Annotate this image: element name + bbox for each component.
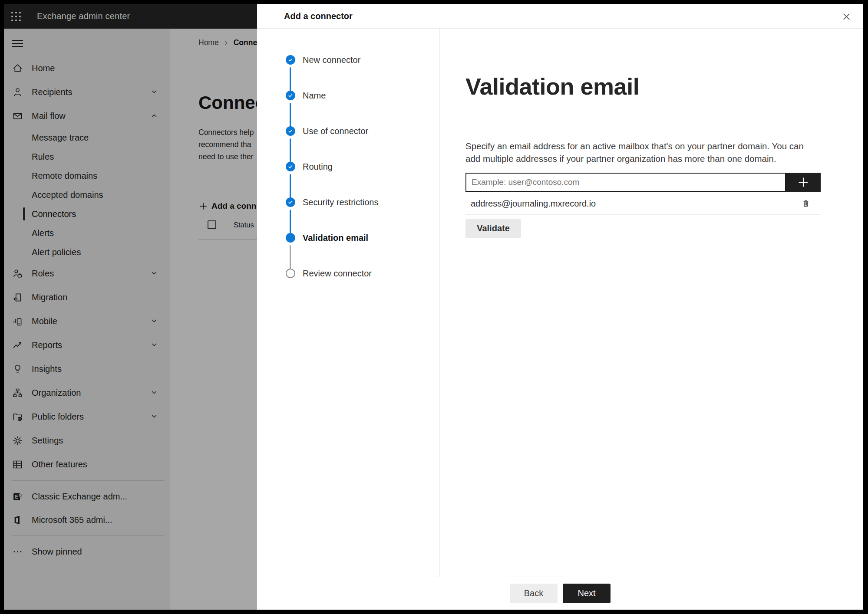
step-validation-email[interactable]: Validation email xyxy=(257,233,439,243)
step-complete-icon xyxy=(286,162,295,171)
step-pending-icon xyxy=(286,269,295,278)
step-description: Specify an email address for an active m… xyxy=(465,140,809,165)
step-security-restrictions[interactable]: Security restrictions xyxy=(257,197,439,207)
step-heading: Validation email xyxy=(465,73,821,100)
address-list-item: address@journaling.mxrecord.io xyxy=(465,194,821,213)
step-connector-line xyxy=(290,103,291,128)
validate-button[interactable]: Validate xyxy=(465,219,521,238)
divider xyxy=(465,214,821,215)
dialog-header: Add a connector xyxy=(257,4,863,29)
delete-address-button[interactable] xyxy=(800,197,812,210)
step-complete-icon xyxy=(286,126,295,136)
close-icon xyxy=(842,12,851,21)
step-new-connector[interactable]: New connector xyxy=(257,55,439,65)
step-connector-line xyxy=(290,245,291,270)
step-review-connector[interactable]: Review connector xyxy=(257,269,439,278)
step-complete-icon xyxy=(286,197,295,207)
step-connector-line xyxy=(290,174,291,199)
dialog-title: Add a connector xyxy=(284,11,353,21)
step-routing[interactable]: Routing xyxy=(257,162,439,171)
step-connector-line xyxy=(290,67,291,92)
close-button[interactable] xyxy=(839,9,854,24)
step-current-icon xyxy=(286,233,295,243)
step-connector-line xyxy=(290,210,291,235)
wizard-step-content: Validation email Specify an email addres… xyxy=(440,29,863,577)
step-complete-icon xyxy=(286,55,295,65)
trash-icon xyxy=(801,199,811,208)
app-window: Exchange admin center Home Recipients Ma… xyxy=(4,4,863,610)
add-connector-dialog: Add a connector New connector Name xyxy=(257,4,863,610)
dialog-footer: Back Next xyxy=(257,577,863,610)
step-connector-line xyxy=(290,138,291,164)
step-name[interactable]: Name xyxy=(257,91,439,100)
step-use-of-connector[interactable]: Use of connector xyxy=(257,126,439,136)
next-button[interactable]: Next xyxy=(563,584,611,603)
back-button[interactable]: Back xyxy=(510,584,558,603)
dialog-body: New connector Name Use of connector xyxy=(257,29,863,577)
screenshot-frame: Exchange admin center Home Recipients Ma… xyxy=(0,0,868,614)
modal-overlay xyxy=(4,4,257,610)
address-value: address@journaling.mxrecord.io xyxy=(471,199,596,209)
add-email-button[interactable] xyxy=(786,173,821,192)
email-entry-row xyxy=(465,173,821,192)
email-address-input[interactable] xyxy=(465,173,786,192)
wizard-stepper: New connector Name Use of connector xyxy=(257,29,440,577)
step-complete-icon xyxy=(286,91,295,100)
plus-icon xyxy=(797,176,810,189)
